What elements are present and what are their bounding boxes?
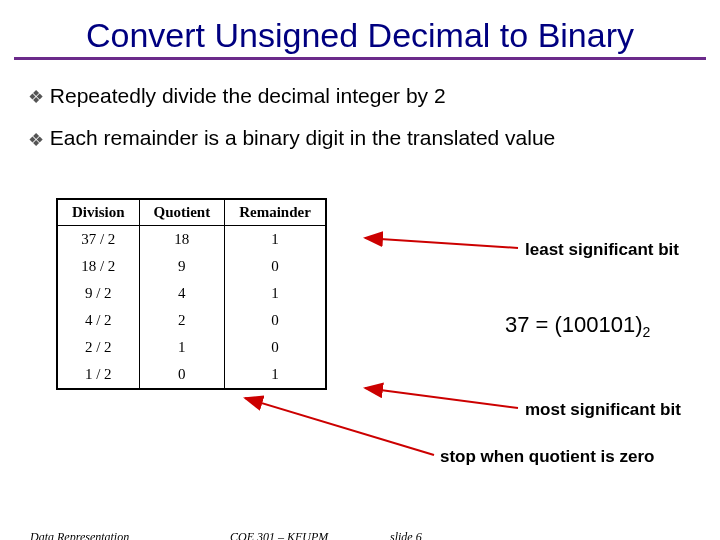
label-lsb: least significant bit: [525, 240, 679, 260]
col-quotient: Quotient: [139, 199, 225, 226]
table-row: 18 / 2 9 0: [57, 253, 326, 280]
label-msb: most significant bit: [525, 400, 681, 420]
arrow-msb: [365, 388, 518, 408]
table-row: 9 / 2 4 1: [57, 280, 326, 307]
slide-title: Convert Unsigned Decimal to Binary: [18, 16, 702, 55]
result-text: 37 = (100101): [505, 312, 643, 337]
bullet-1: ❖ Repeatedly divide the decimal integer …: [28, 84, 692, 108]
bullet-2-text: Each remainder is a binary digit in the …: [50, 126, 555, 149]
result-equation: 37 = (100101)2: [505, 312, 650, 340]
col-division: Division: [57, 199, 139, 226]
arrow-stop: [245, 398, 434, 455]
bullet-2: ❖ Each remainder is a binary digit in th…: [28, 126, 692, 150]
table-row: 4 / 2 2 0: [57, 307, 326, 334]
conversion-table-wrap: Division Quotient Remainder 37 / 2 18 1 …: [56, 198, 327, 390]
col-remainder: Remainder: [225, 199, 326, 226]
footer-slide-number: slide 6: [390, 530, 422, 540]
label-stop: stop when quotient is zero: [440, 447, 654, 467]
diamond-icon: ❖: [28, 129, 44, 151]
diamond-icon: ❖: [28, 86, 44, 108]
content-area: ❖ Repeatedly divide the decimal integer …: [0, 60, 720, 151]
footer-left: Data Representation: [30, 530, 129, 540]
table-header-row: Division Quotient Remainder: [57, 199, 326, 226]
table-row: 1 / 2 0 1: [57, 361, 326, 389]
table-row: 2 / 2 1 0: [57, 334, 326, 361]
conversion-table: Division Quotient Remainder 37 / 2 18 1 …: [56, 198, 327, 390]
arrow-lsb: [365, 238, 518, 248]
title-bar: Convert Unsigned Decimal to Binary: [14, 10, 706, 60]
result-subscript: 2: [643, 324, 651, 340]
footer-mid: COE 301 – KFUPM: [230, 530, 328, 540]
table-row: 37 / 2 18 1: [57, 226, 326, 254]
bullet-1-text: Repeatedly divide the decimal integer by…: [50, 84, 446, 107]
